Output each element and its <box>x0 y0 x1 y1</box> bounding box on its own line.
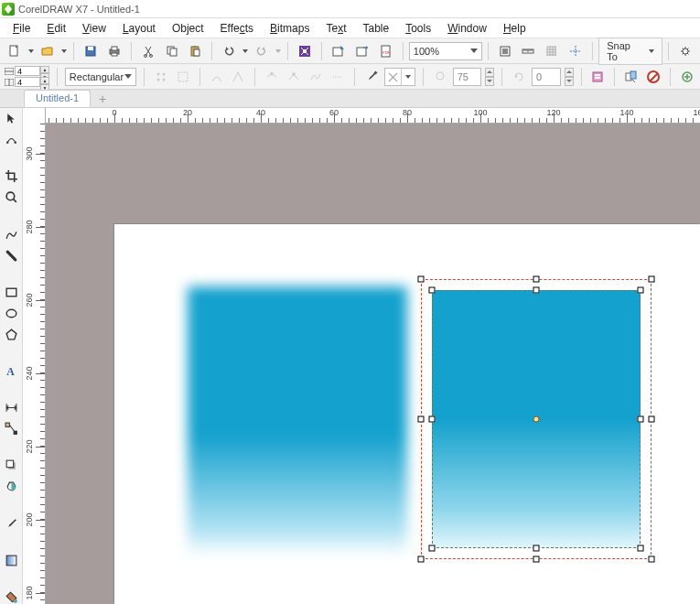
node-btn-4[interactable] <box>328 67 347 87</box>
redo-button[interactable] <box>251 41 273 61</box>
smart-fill-tool[interactable] <box>2 590 20 604</box>
menu-text[interactable]: Text <box>318 20 353 37</box>
inner-handle-nw[interactable] <box>429 287 436 294</box>
inner-handle-se[interactable] <box>638 545 644 552</box>
redo-dropdown[interactable] <box>275 41 282 61</box>
menu-edit[interactable]: Edit <box>39 20 73 37</box>
ellipse-tool[interactable] <box>2 307 20 320</box>
menu-view[interactable]: View <box>75 20 113 37</box>
outline-none-combo[interactable] <box>384 68 415 86</box>
transparency-field[interactable]: 75 <box>453 68 482 86</box>
open-dropdown[interactable] <box>60 41 68 61</box>
canvas-viewport[interactable]: 020406080100120140160 300280260240220200… <box>23 108 700 604</box>
snap-to-button[interactable]: Snap To <box>598 38 662 65</box>
canvas-area[interactable] <box>46 124 700 604</box>
clear-button[interactable] <box>644 67 662 87</box>
handle-n[interactable] <box>533 276 540 283</box>
shape-tool[interactable] <box>2 133 20 146</box>
inner-handle-e[interactable] <box>638 416 644 423</box>
selected-rectangle[interactable] <box>432 290 641 548</box>
polygon-tool[interactable] <box>2 328 20 341</box>
interactive-fill-tool[interactable] <box>2 554 20 567</box>
drop-shadow-tool[interactable] <box>2 458 20 472</box>
inner-handle-ne[interactable] <box>638 287 644 294</box>
zoom-tool[interactable] <box>2 190 20 204</box>
show-rulers-button[interactable] <box>518 41 540 61</box>
text-tool[interactable]: A <box>2 364 20 378</box>
connector-tool[interactable] <box>2 422 20 436</box>
inner-handle-n[interactable] <box>533 287 540 294</box>
document-tab[interactable]: Untitled-1 <box>24 90 91 107</box>
crop-tool[interactable] <box>2 169 20 183</box>
cols-spinner[interactable]: ▲▼ <box>40 77 49 87</box>
handle-e[interactable] <box>649 416 655 423</box>
artistic-media-tool[interactable] <box>2 249 20 263</box>
inner-handle-s[interactable] <box>533 545 540 552</box>
object-properties-button[interactable] <box>589 67 608 87</box>
node-btn-1[interactable] <box>263 67 281 87</box>
menu-effects[interactable]: Effects <box>213 20 261 37</box>
undo-button[interactable] <box>218 41 240 61</box>
cut-button[interactable] <box>137 41 159 61</box>
curve-btn-2[interactable] <box>230 67 248 87</box>
handle-nw[interactable] <box>418 276 425 283</box>
transparency-spinner[interactable] <box>485 68 494 86</box>
rows-spinner[interactable]: ▲▼ <box>40 66 49 76</box>
paste-button[interactable] <box>184 41 206 61</box>
rotation-field[interactable]: 0 <box>532 68 561 86</box>
save-button[interactable] <box>80 41 102 61</box>
handle-sw[interactable] <box>418 556 425 563</box>
inner-handle-w[interactable] <box>429 416 436 423</box>
undo-dropdown[interactable] <box>242 41 249 61</box>
copy-button[interactable] <box>161 41 183 61</box>
new-button[interactable] <box>4 41 26 61</box>
curve-btn-1[interactable] <box>208 67 226 87</box>
show-grid-button[interactable] <box>541 41 563 61</box>
blurred-rectangle[interactable] <box>188 286 407 556</box>
vertical-ruler[interactable]: 300280260240220200180 <box>23 108 46 604</box>
wrap-style-combo[interactable]: Rectangular <box>65 68 136 86</box>
menu-file[interactable]: File <box>5 20 38 37</box>
new-dropdown[interactable] <box>27 41 35 61</box>
color-eyedropper-tool[interactable] <box>2 517 20 531</box>
menu-help[interactable]: Help <box>496 20 533 37</box>
rows-input[interactable] <box>15 66 40 76</box>
freehand-tool[interactable] <box>2 227 20 241</box>
menu-object[interactable]: Object <box>165 20 211 37</box>
add-preset-button[interactable] <box>678 67 696 87</box>
add-tab-button[interactable]: + <box>94 91 111 107</box>
handle-w[interactable] <box>418 416 425 423</box>
zoom-level-combo[interactable]: 100% <box>409 42 482 60</box>
cols-input[interactable] <box>15 77 40 87</box>
handle-s[interactable] <box>533 556 540 563</box>
options-button[interactable] <box>674 41 696 61</box>
unknown-btn-2[interactable] <box>174 67 192 87</box>
import-button[interactable] <box>328 41 350 61</box>
fullscreen-preview-button[interactable] <box>494 41 516 61</box>
menu-window[interactable]: Window <box>440 20 494 37</box>
publish-pdf-button[interactable]: PDF <box>375 41 397 61</box>
center-handle[interactable] <box>533 416 540 423</box>
show-guidelines-button[interactable] <box>565 41 587 61</box>
handle-se[interactable] <box>649 556 655 563</box>
export-button[interactable] <box>351 41 373 61</box>
handle-ne[interactable] <box>649 276 655 283</box>
unknown-btn-1[interactable] <box>152 67 170 87</box>
node-btn-3[interactable] <box>307 67 325 87</box>
rotation-spinner[interactable] <box>565 68 574 86</box>
pick-tool[interactable] <box>2 112 20 125</box>
eyedropper-icon[interactable] <box>362 67 381 87</box>
copy-properties-button[interactable] <box>622 67 641 87</box>
menu-table[interactable]: Table <box>355 20 396 37</box>
inner-handle-sw[interactable] <box>429 545 436 552</box>
horizontal-ruler[interactable]: 020406080100120140160 <box>46 108 700 124</box>
rectangle-tool[interactable] <box>2 286 20 299</box>
dimension-tool[interactable] <box>2 401 20 415</box>
menu-bitmaps[interactable]: Bitmaps <box>263 20 317 37</box>
search-content-button[interactable] <box>294 41 316 61</box>
open-button[interactable] <box>37 41 59 61</box>
print-button[interactable] <box>103 41 125 61</box>
transparency-tool[interactable] <box>2 480 20 494</box>
menu-tools[interactable]: Tools <box>398 20 438 37</box>
node-btn-2[interactable] <box>285 67 303 87</box>
